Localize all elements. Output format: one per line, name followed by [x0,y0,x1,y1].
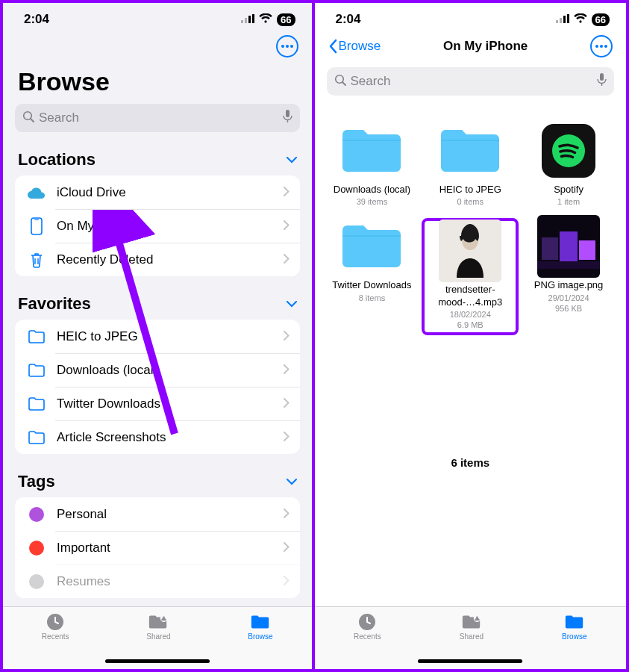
page-title: On My iPhone [443,39,528,54]
location-on-my-iphone[interactable]: On My iPhone [15,209,300,243]
shared-folder-icon [461,613,482,631]
tags-header[interactable]: Tags [3,464,312,497]
tab-bar: Recents Shared Browse [315,606,627,669]
tab-browse[interactable]: Browse [248,613,272,669]
phone-right: 2:04 66 Browse On My iPhone Search Downl… [315,0,630,672]
chevron-right-icon [284,186,290,199]
shared-folder-icon [148,613,169,631]
tags-list: Personal Important Resumes [15,497,300,598]
folder-spotify[interactable]: Spotify 1 item [522,124,616,206]
svg-rect-35 [560,231,578,261]
svg-rect-11 [31,218,42,234]
search-input[interactable]: Search [327,67,615,96]
chevron-down-icon [287,475,297,488]
favorites-header[interactable]: Favorites [3,287,312,320]
tag-personal[interactable]: Personal [15,497,300,531]
file-png-image[interactable]: PNG image.png 29/01/2024 956 KB [522,220,616,334]
chevron-down-icon [287,297,297,311]
file-trendsetter-mp3[interactable]: trendsetter-mood-…4.mp3 18/02/2024 6.9 M… [423,220,517,334]
status-right: 66 [241,12,295,27]
home-indicator[interactable] [418,659,522,663]
folder-icon [338,220,405,273]
cellular-icon [556,12,569,27]
battery-icon: 66 [592,13,610,26]
favorite-downloads-local[interactable]: Downloads (local) [15,353,300,387]
status-right: 66 [556,12,610,27]
svg-point-24 [600,45,603,48]
location-recently-deleted[interactable]: Recently Deleted [15,243,300,276]
svg-point-4 [281,45,284,48]
home-indicator[interactable] [105,659,210,663]
tab-recents[interactable]: Recents [354,613,381,669]
svg-rect-2 [248,16,251,23]
search-input[interactable]: Search [15,104,300,132]
search-icon [334,74,346,89]
locations-header[interactable]: Locations [3,143,312,175]
status-bar: 2:04 66 [3,3,312,33]
folder-icon [25,431,48,444]
page-title: Browse [3,63,312,104]
tab-browse[interactable]: Browse [562,613,586,669]
svg-rect-19 [556,20,558,23]
svg-rect-20 [560,18,562,23]
tab-bar: Recents Shared Browse [3,606,312,669]
browse-content: Locations iCloud Drive On My iPhone Rece… [3,143,312,669]
chevron-down-icon [287,153,297,167]
tag-important[interactable]: Important [15,531,300,564]
spotify-icon [535,124,602,178]
folder-icon [338,124,405,178]
chevron-right-icon [284,397,290,411]
chevron-right-icon [284,541,290,555]
chevron-right-icon [284,220,290,233]
svg-rect-28 [600,73,604,81]
tab-recents[interactable]: Recents [42,613,69,669]
more-button[interactable] [590,35,613,57]
location-icloud-drive[interactable]: iCloud Drive [15,175,300,209]
svg-rect-12 [34,219,39,220]
cellular-icon [241,12,254,27]
files-grid: Downloads (local) 39 items HEIC to JPEG … [315,106,627,669]
tag-resumes[interactable]: Resumes [15,564,300,598]
trash-icon [25,252,48,268]
nav-row: Browse On My iPhone [315,33,627,63]
svg-point-23 [595,45,598,48]
folder-heic-to-jpeg[interactable]: HEIC to JPEG 0 items [423,124,517,206]
locations-list: iCloud Drive On My iPhone Recently Delet… [15,175,300,276]
favorites-title: Favorites [18,294,91,314]
folder-twitter-downloads[interactable]: Twitter Downloads 8 items [325,220,419,334]
search-placeholder: Search [39,111,283,125]
search-icon [22,111,34,125]
back-button[interactable]: Browse [328,39,381,54]
tag-dot-icon [25,541,48,556]
folder-icon [436,124,504,178]
mic-icon[interactable] [283,110,292,126]
folder-icon [25,364,48,377]
folder-icon [25,330,48,343]
wifi-icon [574,12,587,27]
favorite-heic-to-jpeg[interactable]: HEIC to JPEG [15,320,300,353]
phone-icon [25,217,48,235]
folder-icon [25,397,48,411]
svg-point-5 [286,45,289,48]
search-placeholder: Search [351,74,598,89]
folder-icon [250,613,271,631]
svg-rect-34 [542,237,558,260]
favorite-twitter-downloads[interactable]: Twitter Downloads [15,387,300,420]
wifi-icon [259,12,272,27]
more-button[interactable] [276,35,298,57]
svg-rect-22 [567,14,569,23]
favorite-article-screenshots[interactable]: Article Screenshots [15,420,300,454]
folder-downloads-local[interactable]: Downloads (local) 39 items [325,124,419,206]
tag-dot-icon [25,574,48,589]
mic-icon[interactable] [597,73,607,90]
svg-rect-9 [286,110,290,117]
chevron-right-icon [284,508,290,521]
chevron-right-icon [284,330,290,343]
svg-rect-0 [241,20,243,23]
svg-line-27 [342,82,345,85]
status-time: 2:04 [24,12,49,27]
svg-rect-21 [563,16,566,23]
phone-left: 2:04 66 Browse Search Locations iCloud D… [0,0,315,672]
svg-rect-37 [537,261,600,269]
chevron-right-icon [284,575,290,588]
